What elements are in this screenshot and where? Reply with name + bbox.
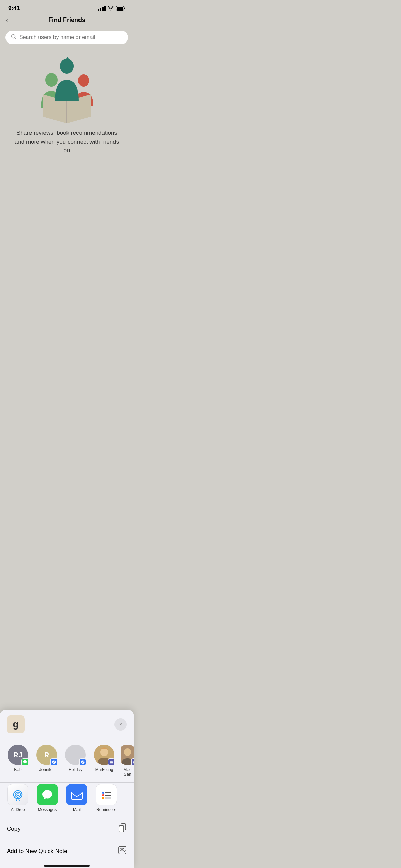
battery-icon (116, 6, 125, 11)
silhouettes (36, 57, 98, 125)
search-bar[interactable] (5, 31, 128, 44)
signal-icon (98, 6, 106, 11)
search-icon (11, 34, 16, 41)
wifi-icon (108, 6, 114, 11)
back-button[interactable]: ‹ (5, 16, 8, 25)
page-title: Find Friends (48, 16, 85, 24)
friends-illustration: Share reviews, book recommendations and … (8, 57, 125, 155)
main-content: Share reviews, book recommendations and … (0, 50, 134, 162)
search-container (0, 28, 134, 50)
status-bar: 9:41 (0, 0, 134, 14)
svg-point-4 (60, 59, 74, 74)
status-time: 9:41 (8, 5, 20, 12)
status-icons (98, 6, 125, 11)
svg-rect-1 (117, 7, 123, 10)
promo-text: Share reviews, book recommendations and … (8, 129, 125, 155)
search-input[interactable] (19, 34, 123, 40)
nav-bar: ‹ Find Friends (0, 14, 134, 28)
person-center-icon (53, 57, 81, 101)
